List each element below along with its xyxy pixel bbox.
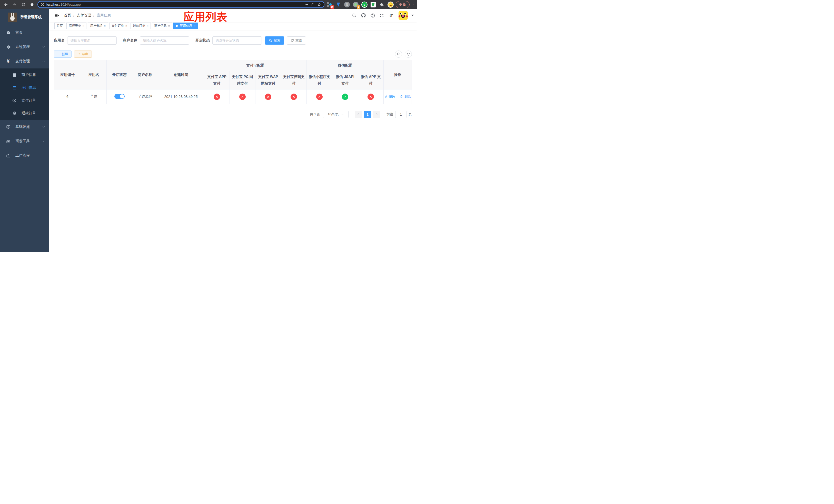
grid-icon (11, 86, 18, 90)
home-icon (30, 2, 35, 7)
toggle-search-button[interactable] (395, 50, 402, 58)
delete-button[interactable]: 删除 (400, 94, 411, 99)
browser-update-button[interactable]: 更新 (396, 1, 410, 8)
extension-lens-icon[interactable]: 1 (353, 2, 359, 8)
next-page-button[interactable] (373, 111, 380, 118)
sidebar-item-infra[interactable]: 基础设施 (0, 120, 49, 134)
extension-y-icon[interactable]: y (361, 2, 368, 8)
tab-pay-orders[interactable]: 支付订单× (109, 23, 129, 29)
font-size-icon[interactable]: tT (388, 13, 394, 18)
breadcrumb-home[interactable]: 首页 (64, 13, 71, 18)
sidebar-item-system[interactable]: 系统管理 (0, 40, 49, 54)
apps-table: 应用编号 应用名 开启状态 商户名称 创建时间 支付宝配置 微信配置 操作 支付… (54, 60, 412, 104)
browser-menu-icon[interactable] (412, 3, 415, 7)
status-select[interactable]: 请选择开启状态 (212, 37, 262, 45)
close-icon[interactable]: × (168, 24, 170, 27)
merchant-name-input[interactable] (140, 37, 189, 45)
tab-merchant-info[interactable]: 商户信息× (152, 23, 172, 29)
col-wx-app: 微信 APP 支付 (358, 71, 384, 90)
cell-ops: 修改 删除 (384, 90, 412, 104)
close-icon[interactable]: × (83, 24, 84, 27)
close-icon[interactable]: × (126, 24, 127, 27)
status-disabled-icon (368, 94, 374, 100)
page-content: 应用列表 应用名 商户名称 开启状态 请选择开启状态 搜索 (49, 30, 417, 252)
browser-forward-button[interactable] (11, 1, 18, 8)
sidebar-item-refund-orders[interactable]: 退款订单 (0, 107, 49, 120)
breadcrumb-payment[interactable]: 支付管理 (77, 13, 91, 18)
col-wx-lite: 微信小程序支付 (307, 71, 332, 90)
extensions-menu-icon[interactable] (379, 2, 385, 8)
browser-home-button[interactable] (29, 1, 36, 8)
user-avatar[interactable] (398, 11, 408, 20)
page-size-select[interactable]: 10条/页 (323, 111, 349, 118)
status-toggle[interactable] (114, 94, 125, 99)
tab-refund-orders[interactable]: 退款订单× (131, 23, 151, 29)
extension-badge: 10 (330, 5, 334, 9)
dashboard-icon (5, 30, 11, 35)
github-icon[interactable] (360, 13, 366, 18)
refresh-table-button[interactable] (405, 50, 412, 58)
password-key-icon[interactable] (304, 2, 309, 7)
avatar-caret-icon[interactable] (411, 15, 414, 16)
cell-alipay-pc (230, 90, 256, 104)
search-icon[interactable] (351, 13, 357, 18)
sidebar-logo[interactable]: 芋道管理系统 (0, 9, 49, 25)
tab-user-group[interactable]: 用户分组× (88, 23, 108, 29)
site-info-icon[interactable] (41, 3, 44, 6)
help-icon[interactable] (370, 13, 375, 18)
top-navbar: 首页 / 支付管理 / 应用信息 tT (49, 9, 417, 22)
profile-avatar-icon[interactable] (388, 2, 394, 8)
cell-app-name: 芋道 (81, 90, 107, 104)
sidebar-item-app-info[interactable]: 应用信息 (0, 81, 49, 94)
share-icon[interactable] (311, 3, 315, 7)
search-button[interactable]: 搜索 (265, 37, 284, 45)
shop-icon (11, 73, 18, 77)
reload-icon (21, 2, 26, 7)
extension-kite-icon[interactable] (335, 2, 341, 8)
sidebar-item-dev-tools[interactable]: 研发工具 (0, 134, 49, 148)
add-button[interactable]: 新增 (54, 50, 71, 58)
page-number-button[interactable]: 1 (364, 111, 371, 118)
extension-blocker-icon[interactable]: 10 (327, 2, 333, 8)
bookmark-star-icon[interactable] (317, 2, 321, 7)
sidebar-item-pay-orders[interactable]: 支付订单 (0, 94, 49, 107)
edit-button[interactable]: 修改 (385, 94, 395, 99)
sidebar-item-workflow[interactable]: 工作流程 (0, 148, 49, 163)
browser-reload-button[interactable] (20, 1, 27, 8)
tab-home[interactable]: 首页 (54, 23, 65, 29)
goto-label: 前往 (387, 112, 393, 117)
sidebar-fold-icon[interactable] (54, 13, 59, 18)
tab-process-form[interactable]: 流程表单× (66, 23, 86, 29)
chevron-down-icon (42, 140, 45, 143)
cell-create-time: 2021-10-23 08:49:25 (158, 90, 204, 104)
page-annotation: 应用列表 (183, 10, 227, 24)
close-icon[interactable]: × (104, 24, 105, 27)
reset-button[interactable]: 重置 (287, 37, 306, 45)
status-disabled-icon (214, 94, 220, 100)
extension-command-icon[interactable]: ⌘ (344, 2, 350, 8)
prev-page-button[interactable] (355, 111, 362, 118)
goto-page-input[interactable] (395, 111, 407, 118)
search-icon (397, 52, 400, 56)
filter-form: 应用名 商户名称 开启状态 请选择开启状态 搜索 重置 (54, 37, 412, 45)
export-button[interactable]: 导出 (74, 50, 92, 58)
close-icon[interactable]: × (147, 24, 148, 27)
cell-wx-jsapi (332, 90, 358, 104)
col-app-id: 应用编号 (54, 60, 81, 90)
sidebar-item-home[interactable]: 首页 (0, 25, 49, 40)
extension-chat-icon[interactable] (370, 2, 376, 8)
pagination-total: 共 1 条 (310, 112, 320, 117)
browser-back-button[interactable] (3, 1, 9, 8)
fullscreen-icon[interactable] (379, 13, 385, 18)
chevron-down-icon (256, 39, 259, 42)
status-disabled-icon (290, 94, 297, 100)
sidebar-item-merchant-info[interactable]: 商户信息 (0, 68, 49, 81)
app-name-input[interactable] (67, 37, 117, 45)
table-toolbar: 新增 导出 (54, 50, 412, 58)
sidebar-item-payment[interactable]: ¥ 支付管理 (0, 54, 49, 68)
chevron-left-icon (357, 113, 360, 116)
cell-wx-lite (307, 90, 332, 104)
close-icon[interactable]: × (194, 24, 195, 27)
address-bar[interactable]: localhost:1024/pay/app (38, 1, 324, 8)
chevron-down-icon (42, 154, 45, 157)
